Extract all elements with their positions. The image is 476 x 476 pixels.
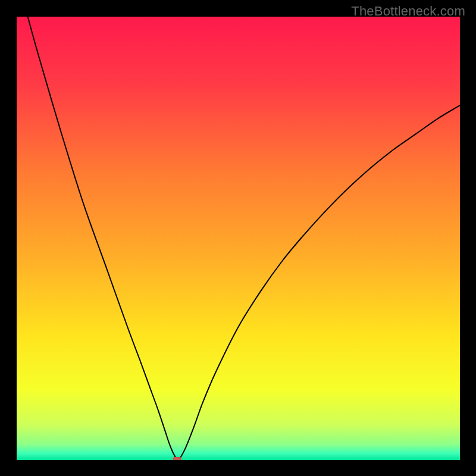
optimal-marker xyxy=(173,457,181,460)
chart-frame: TheBottleneck.com xyxy=(0,0,476,476)
bottleneck-plot xyxy=(17,17,460,460)
plot-background xyxy=(17,17,460,460)
watermark-text: TheBottleneck.com xyxy=(351,4,465,19)
